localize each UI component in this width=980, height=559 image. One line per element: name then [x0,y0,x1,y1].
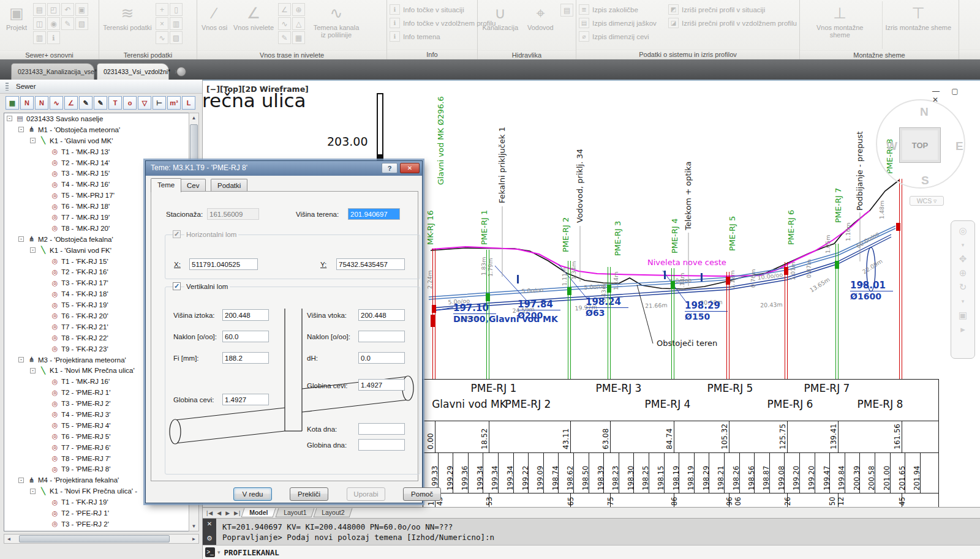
showmotion-icon[interactable]: ▣ [959,310,967,320]
new-tab-button[interactable] [176,67,186,77]
save-project-icon[interactable]: ◫ [33,17,46,30]
move-terrain-point-icon[interactable]: × [156,17,168,30]
temena-kanala-button[interactable]: ∿ Temena kanala iz polilinije [307,1,365,49]
nav-expand2-icon[interactable]: ▾ [962,296,965,306]
scroll-right-icon[interactable]: ► [189,535,198,544]
izpis-zakolicbe[interactable]: ≣Izpis zakoličbe [579,3,666,16]
zoom-icon[interactable]: ⊕ [959,268,967,278]
edit-project-icon[interactable]: ✎ [61,17,74,30]
viewcube-top-face[interactable]: TOP [899,127,941,163]
izpis-dimenzij-cevi[interactable]: ⌀Izpis dimenzij cevi [579,30,666,43]
izrisi-precni-profil-v-vzdolznem-profilu[interactable]: ◪Izriši prečni profil v vzdolžnem profil… [668,17,797,29]
cancel-button[interactable]: Prekliči [290,487,328,501]
visina-iztoka-field[interactable] [222,309,269,321]
tree-item[interactable]: ◎ T2 - 'PFE-RJ 1' [4,508,189,519]
kota-dna-field[interactable] [358,423,405,435]
edit-level-icon[interactable]: ✎ [278,31,291,44]
level-point-icon[interactable]: △ [292,17,305,30]
layout-nav-icon[interactable]: |◀ [206,510,213,516]
naklon-vtok-field[interactable] [358,331,405,342]
terrain-table-icon[interactable]: ▥ [170,17,183,30]
viewcube-south[interactable]: S [921,174,929,187]
dialog-help-button[interactable]: ? [382,163,398,173]
naklon-iztok-field[interactable] [222,331,269,342]
tree-expand-box[interactable]: - [30,138,36,143]
tree-item[interactable]: ◎ T3 - 'PFE-RJ 2' [4,519,189,530]
ok-button[interactable]: V redu [233,487,272,501]
polyline-icon[interactable]: ∿ [278,17,291,30]
tab-teme[interactable]: Teme [151,178,181,192]
terrain-line-icon[interactable]: ∿ [156,31,168,44]
axis-point-icon[interactable]: ⊕ [292,3,305,16]
about-icon[interactable]: ℹ [47,31,60,44]
tab-podatki-teme-objekt[interactable]: Podatki teme objekt [211,179,247,192]
izris-montazne-sheme-button[interactable]: ⊤ Izris montažne sheme [882,1,954,49]
orbit-icon[interactable]: ↻ [959,282,967,292]
new-drawing-icon[interactable]: ▤ [33,3,46,16]
tree-expand-box[interactable]: - [30,368,36,373]
izrisi-precni-profil-v-situaciji[interactable]: ◩Izriši prečni profil v situaciji [668,3,797,16]
viewport-window-controls[interactable]: — ▢ ✕ [932,87,980,104]
license-icon[interactable]: ◉ [47,17,60,30]
report-icon[interactable]: ▥ [33,31,46,44]
catalog-icon[interactable]: ▧ [75,17,88,30]
globina-cevi-iztok-field[interactable] [222,394,269,405]
tree-expand-box[interactable]: - [18,478,24,483]
help-button[interactable]: Pomoč [403,487,441,501]
scroll-down-icon[interactable]: ▼ [189,522,198,531]
vodovod-button[interactable]: ⌖ Vodovod [523,1,559,49]
scroll-thumb-h[interactable] [19,535,170,542]
open-project-icon[interactable]: ◰ [47,3,60,16]
pan-icon[interactable]: ✥ [959,254,967,264]
command-input-row[interactable]: >_ ▾ PROFILEKANAL [203,545,980,559]
palette-edit-profile-icon[interactable]: ✎ [94,96,107,110]
izpis-dimenzij-jaskov[interactable]: ▤Izpis dimenzij jaškov [579,17,666,29]
edit-axis-icon[interactable]: ∠ [278,3,291,16]
terrain-column-icon[interactable]: ▯ [170,3,183,16]
tree-expand-box[interactable]: - [18,236,24,242]
kanalizacija-button[interactable]: ∪ Kanalizacija [480,1,521,49]
viewcube-west[interactable]: W [886,140,897,153]
scroll-thumb[interactable] [190,124,198,161]
apply-button[interactable]: Uporabi [347,487,385,501]
tree-item[interactable]: - ⋔ M1 - 'Obstoječa meteorna' [4,124,189,135]
dialog-title[interactable]: Teme: M3.K1.T9 - 'PME-RJ 8' [146,161,422,176]
nav-expand-icon[interactable]: ▾ [962,240,965,250]
palette-edit-route-icon[interactable]: ✎ [79,96,92,110]
undo-icon[interactable]: ↶ [61,3,74,16]
stacionaza-field[interactable] [207,208,259,220]
tree-item[interactable]: - ╲ K1 - 'Glavni vod MK' [4,135,189,146]
tree-expand-box[interactable]: - [7,116,12,121]
tree-item[interactable]: ◎ T1 - 'MK-RJ 13' [4,146,189,157]
terenski-podatki-button[interactable]: ≋ Terenski podatki [102,1,153,49]
dh-field[interactable] [358,352,405,364]
layout-nav-icon[interactable]: ▶ [225,510,230,516]
tree-item[interactable]: - ▤ 0231433 Savsko naselje [4,113,189,124]
palette-terrain-point-icon[interactable]: T [108,96,122,110]
tree-expand-box[interactable]: - [30,489,36,494]
tree-expand-box[interactable]: - [30,247,36,253]
tab-layout1[interactable]: Layout1 [275,508,314,517]
visina-vtoka-field[interactable] [358,309,405,321]
tab-layout2[interactable]: Layout2 [314,508,353,517]
scroll-up-icon[interactable]: ▲ [189,113,198,122]
layers-icon[interactable]: ▣ [75,3,88,16]
palette-node-line-icon[interactable]: N [35,96,48,110]
globina-dna-field[interactable] [358,439,405,451]
vnos-montazne-sheme-button[interactable]: ⊥ Vnos montažne sheme [804,1,875,49]
x-field[interactable] [189,258,258,270]
palette-title[interactable]: Sewer [0,80,202,94]
viewcube-north[interactable]: N [920,105,929,119]
command-tools-icon[interactable]: ⚙ [203,533,216,543]
layout-nav-icon[interactable]: ◀ [217,510,222,516]
play-icon[interactable]: ▸ [960,325,965,334]
hydraulics-report-icon[interactable]: ▤ [560,4,573,17]
tree-horizontal-scrollbar[interactable]: ◄ ► [4,534,199,544]
command-close-icon[interactable]: ✕ [203,520,216,528]
tree-expand-box[interactable]: - [18,127,24,132]
vertikalni-lom-checkbox[interactable]: ✓ [173,282,181,290]
globina-cevi-vtok-field[interactable] [358,379,405,391]
visina-terena-field[interactable] [348,208,400,220]
palette-slope-icon[interactable]: o [123,96,137,110]
vnos-nivelete-button[interactable]: ∠ Vnos nivelete [232,1,276,49]
